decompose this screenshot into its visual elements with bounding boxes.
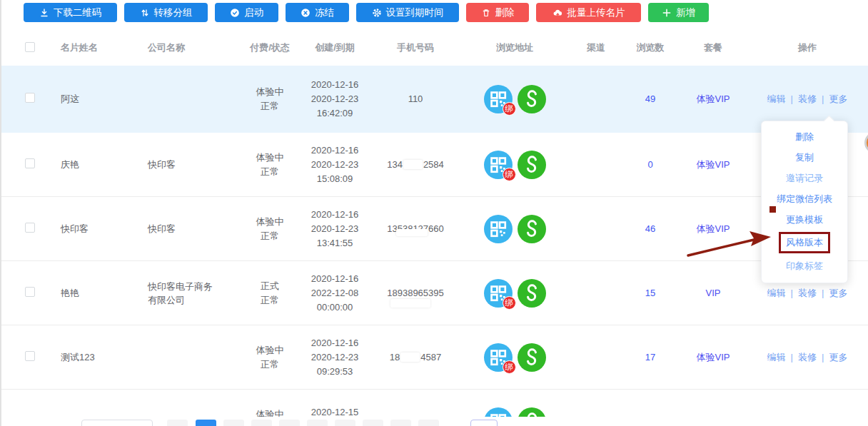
cloud-upload-icon [552, 8, 563, 18]
views-count[interactable]: 0 [620, 159, 681, 170]
page-button[interactable] [390, 420, 411, 426]
menu-item-copy[interactable]: 复制 [762, 147, 847, 168]
menu-item-delete[interactable]: 删除 [762, 126, 847, 147]
pay-line: 体验中 [244, 151, 296, 165]
qrcode-icon[interactable]: 绑 [484, 85, 513, 113]
more-link[interactable]: 更多 [829, 93, 847, 104]
pay-line: 正式 [244, 279, 296, 293]
qrcode-icon[interactable]: 绑 [484, 343, 513, 372]
views-count[interactable]: 17 [620, 352, 681, 362]
download-qrcode-button[interactable]: 下载二维码 [24, 3, 117, 22]
phone-number: 13538127660 [387, 223, 444, 234]
transfer-group-button[interactable]: 转移分组 [124, 3, 208, 22]
date-line: 2020-12-16 [296, 336, 374, 350]
page-button[interactable] [223, 420, 244, 426]
censor-smudge [390, 299, 430, 308]
row-checkbox[interactable] [25, 93, 35, 103]
miniprogram-icon[interactable] [518, 343, 546, 372]
phone-prefix: 18 [390, 352, 400, 362]
header-pay-status: 付费/状态 [244, 41, 296, 54]
page-button[interactable] [418, 420, 439, 426]
start-button[interactable]: 启动 [215, 3, 278, 22]
card-admin-page: 下载二维码 转移分组 启动 冻结 设置到期时间 删除 批量上传名片 新增 [0, 0, 868, 426]
views-count[interactable]: 49 [620, 93, 681, 104]
qrcode-circle [484, 215, 513, 243]
row-checkbox[interactable] [25, 351, 35, 361]
more-link[interactable]: 更多 [829, 288, 847, 298]
edit-link[interactable]: 编辑 [767, 93, 786, 104]
miniprogram-icon[interactable] [518, 85, 546, 113]
header-views: 浏览数 [620, 41, 681, 54]
phone-suffix: 2584 [423, 159, 444, 170]
more-link[interactable]: 更多 [829, 352, 847, 362]
card-name: 快印客 [46, 223, 133, 235]
date-line: 2020-12-16 [296, 272, 374, 286]
page-button[interactable] [363, 420, 383, 426]
add-new-button[interactable]: 新增 [648, 3, 709, 22]
phone-prefix: 134 [387, 159, 403, 170]
row-operations: 编辑|装修|更多 [745, 93, 868, 106]
views-count[interactable]: 46 [620, 223, 681, 234]
row-checkbox[interactable] [25, 223, 35, 233]
edit-link[interactable]: 编辑 [767, 352, 786, 362]
miniprogram-icon[interactable] [518, 151, 546, 179]
miniprogram-icon[interactable] [518, 279, 546, 308]
freeze-button[interactable]: 冻结 [286, 3, 349, 22]
views-count[interactable]: 15 [620, 288, 681, 298]
company-name: 快印客电子商务有限公司 [148, 280, 219, 307]
package-label: 体验VIP [681, 158, 745, 171]
phone-number: 1342584 [387, 159, 444, 170]
time-line: 00:00:00 [296, 300, 374, 315]
page-button[interactable] [167, 420, 188, 426]
create-expire-dates: 2020-12-162020-12-2313:41:55 [296, 208, 374, 250]
time-line: 13:41:55 [296, 236, 374, 250]
button-label: 新增 [676, 6, 695, 19]
page-button[interactable] [279, 420, 300, 426]
time-line: 15:08:09 [296, 172, 374, 186]
create-expire-dates: 2020-12-162022-12-0800:00:00 [296, 272, 374, 315]
header-dates: 创建/到期 [296, 41, 374, 54]
card-name: 测试123 [46, 351, 133, 364]
menu-item-invite-record[interactable]: 邀请记录 [762, 168, 847, 188]
header-package: 套餐 [681, 41, 745, 54]
plus-icon [662, 8, 672, 18]
page-button[interactable] [251, 420, 272, 426]
select-all-checkbox[interactable] [25, 42, 35, 52]
phone-number: 184587 [390, 352, 441, 362]
edit-link[interactable]: 编辑 [767, 288, 786, 298]
time-line: 16:42:09 [296, 106, 374, 121]
set-expiry-button[interactable]: 设置到期时间 [356, 3, 459, 22]
page-size-select[interactable] [81, 420, 153, 426]
button-label: 冻结 [315, 6, 334, 19]
date-line: 2020-12-23 [296, 92, 374, 106]
decorate-link[interactable]: 装修 [798, 288, 817, 298]
style-version-highlight-box: 风格版本 [779, 232, 830, 253]
batch-upload-button[interactable]: 批量上传名片 [536, 3, 641, 22]
miniprogram-icon[interactable] [518, 215, 546, 243]
company-name: 快印客 [148, 222, 176, 235]
row-checkbox[interactable] [25, 158, 35, 168]
qrcode-icon[interactable]: 绑 [484, 151, 513, 179]
create-expire-dates: 2020-12-162020-12-2315:08:09 [296, 143, 374, 186]
page-button-active[interactable] [196, 420, 216, 426]
toolbar: 下载二维码 转移分组 启动 冻结 设置到期时间 删除 批量上传名片 新增 [24, 3, 709, 22]
package-label: VIP [681, 288, 745, 298]
decorate-link[interactable]: 装修 [798, 352, 817, 362]
qrcode-icon[interactable] [484, 215, 513, 243]
delete-button[interactable]: 删除 [466, 3, 529, 22]
decorate-link[interactable]: 装修 [798, 93, 817, 104]
page-jump-input[interactable] [470, 420, 498, 426]
page-button[interactable] [335, 420, 355, 426]
pay-line: 体验中 [244, 215, 296, 229]
x-circle-icon [301, 8, 311, 18]
status-line: 正常 [244, 229, 296, 243]
card-name: 艳艳 [46, 287, 133, 300]
pay-status: 体验中正常 [244, 215, 296, 243]
row-operations: 编辑|装修|更多 [745, 351, 868, 364]
page-button[interactable] [307, 420, 328, 426]
status-line: 正常 [244, 357, 296, 372]
card-name: 阿这 [46, 93, 133, 106]
row-checkbox[interactable] [25, 287, 35, 297]
pay-status: 体验中正常 [244, 343, 296, 372]
qrcode-icon[interactable]: 绑 [484, 279, 513, 308]
